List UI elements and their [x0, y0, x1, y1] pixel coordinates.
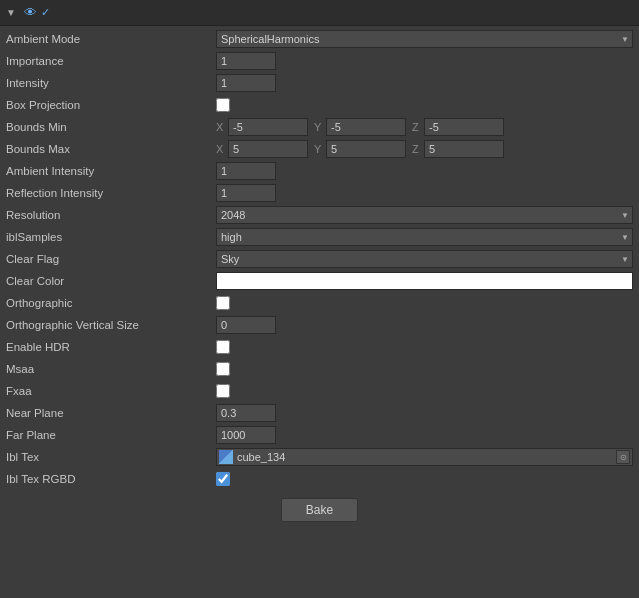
- checkbox-ibl-tex-rgbd[interactable]: [216, 472, 230, 486]
- dropdown-ambient-mode[interactable]: SphericalHarmonicsFlatSkybox: [216, 30, 633, 48]
- field-clear-flag: SkyColorDepth▼: [216, 250, 633, 268]
- label-orthographic: Orthographic: [6, 297, 216, 309]
- input-intensity[interactable]: [216, 74, 276, 92]
- checkbox-box-projection[interactable]: [216, 98, 230, 112]
- checkbox-orthographic[interactable]: [216, 296, 230, 310]
- label-msaa: Msaa: [6, 363, 216, 375]
- dropdown-ibl-samples[interactable]: lowmediumhigh: [216, 228, 633, 246]
- row-bounds-min: Bounds MinXYZ: [0, 116, 639, 138]
- row-enable-hdr: Enable HDR: [0, 336, 639, 358]
- field-ambient-intensity: [216, 162, 633, 180]
- xyz-input-bounds-max-x[interactable]: [228, 140, 308, 158]
- dropdown-wrapper-ibl-samples: lowmediumhigh▼: [216, 228, 633, 246]
- xyz-item-bounds-min-z: Z: [412, 118, 504, 136]
- row-importance: Importance: [0, 50, 639, 72]
- checkbox-enable-hdr[interactable]: [216, 340, 230, 354]
- row-msaa: Msaa: [0, 358, 639, 380]
- expand-arrow-icon[interactable]: ▼: [6, 7, 16, 18]
- xyz-label-x: X: [216, 143, 226, 155]
- field-fxaa: [216, 384, 633, 398]
- field-importance: [216, 52, 633, 70]
- input-near-plane[interactable]: [216, 404, 276, 422]
- ibl-tex-wrapper: cube_134⊙: [216, 448, 633, 466]
- title-bar-icons: ▼ 👁 ✓: [6, 5, 50, 20]
- xyz-input-bounds-min-x[interactable]: [228, 118, 308, 136]
- label-ambient-mode: Ambient Mode: [6, 33, 216, 45]
- row-bounds-max: Bounds MaxXYZ: [0, 138, 639, 160]
- field-ibl-tex: cube_134⊙: [216, 448, 633, 466]
- label-clear-flag: Clear Flag: [6, 253, 216, 265]
- label-fxaa: Fxaa: [6, 385, 216, 397]
- bake-button-row: Bake: [0, 490, 639, 530]
- active-icon[interactable]: ✓: [41, 6, 50, 19]
- color-picker-clear-color[interactable]: [216, 272, 633, 290]
- dropdown-wrapper-resolution: 12825651210242048▼: [216, 206, 633, 224]
- label-importance: Importance: [6, 55, 216, 67]
- label-intensity: Intensity: [6, 77, 216, 89]
- field-enable-hdr: [216, 340, 633, 354]
- label-far-plane: Far Plane: [6, 429, 216, 441]
- row-ibl-tex-rgbd: Ibl Tex RGBD: [0, 468, 639, 490]
- field-box-projection: [216, 98, 633, 112]
- row-clear-flag: Clear FlagSkyColorDepth▼: [0, 248, 639, 270]
- xyz-input-bounds-max-z[interactable]: [424, 140, 504, 158]
- dropdown-clear-flag[interactable]: SkyColorDepth: [216, 250, 633, 268]
- row-ambient-intensity: Ambient Intensity: [0, 160, 639, 182]
- label-resolution: Resolution: [6, 209, 216, 221]
- field-ibl-tex-rgbd: [216, 472, 633, 486]
- label-bounds-min: Bounds Min: [6, 121, 216, 133]
- field-bounds-min: XYZ: [216, 118, 633, 136]
- label-near-plane: Near Plane: [6, 407, 216, 419]
- input-far-plane[interactable]: [216, 426, 276, 444]
- label-orthographic-vertical-size: Orthographic Vertical Size: [6, 319, 216, 331]
- input-importance[interactable]: [216, 52, 276, 70]
- field-ambient-mode: SphericalHarmonicsFlatSkybox▼: [216, 30, 633, 48]
- label-reflection-intensity: Reflection Intensity: [6, 187, 216, 199]
- row-ambient-mode: Ambient ModeSphericalHarmonicsFlatSkybox…: [0, 28, 639, 50]
- title-bar: ▼ 👁 ✓: [0, 0, 639, 26]
- visibility-icon[interactable]: 👁: [24, 5, 37, 20]
- field-reflection-intensity: [216, 184, 633, 202]
- row-far-plane: Far Plane: [0, 424, 639, 446]
- row-fxaa: Fxaa: [0, 380, 639, 402]
- label-ibl-tex-rgbd: Ibl Tex RGBD: [6, 473, 216, 485]
- xyz-input-bounds-min-z[interactable]: [424, 118, 504, 136]
- xyz-input-bounds-max-y[interactable]: [326, 140, 406, 158]
- row-clear-color: Clear Color: [0, 270, 639, 292]
- checkbox-msaa[interactable]: [216, 362, 230, 376]
- bake-button[interactable]: Bake: [281, 498, 358, 522]
- field-intensity: [216, 74, 633, 92]
- ibl-tex-select-button[interactable]: ⊙: [616, 450, 630, 464]
- field-far-plane: [216, 426, 633, 444]
- input-reflection-intensity[interactable]: [216, 184, 276, 202]
- field-msaa: [216, 362, 633, 376]
- ibl-tex-name: cube_134: [237, 451, 616, 463]
- checkbox-fxaa[interactable]: [216, 384, 230, 398]
- label-ibl-tex: Ibl Tex: [6, 451, 216, 463]
- xyz-label-y: Y: [314, 143, 324, 155]
- input-ambient-intensity[interactable]: [216, 162, 276, 180]
- row-intensity: Intensity: [0, 72, 639, 94]
- dropdown-wrapper-ambient-mode: SphericalHarmonicsFlatSkybox▼: [216, 30, 633, 48]
- row-box-projection: Box Projection: [0, 94, 639, 116]
- dropdown-resolution[interactable]: 12825651210242048: [216, 206, 633, 224]
- xyz-label-y: Y: [314, 121, 324, 133]
- label-ibl-samples: iblSamples: [6, 231, 216, 243]
- xyz-group-bounds-min: XYZ: [216, 118, 633, 136]
- row-near-plane: Near Plane: [0, 402, 639, 424]
- row-orthographic: Orthographic: [0, 292, 639, 314]
- label-ambient-intensity: Ambient Intensity: [6, 165, 216, 177]
- row-resolution: Resolution12825651210242048▼: [0, 204, 639, 226]
- row-ibl-samples: iblSampleslowmediumhigh▼: [0, 226, 639, 248]
- field-ibl-samples: lowmediumhigh▼: [216, 228, 633, 246]
- field-near-plane: [216, 404, 633, 422]
- xyz-input-bounds-min-y[interactable]: [326, 118, 406, 136]
- row-reflection-intensity: Reflection Intensity: [0, 182, 639, 204]
- dropdown-wrapper-clear-flag: SkyColorDepth▼: [216, 250, 633, 268]
- xyz-label-z: Z: [412, 143, 422, 155]
- input-orthographic-vertical-size[interactable]: [216, 316, 276, 334]
- content: Ambient ModeSphericalHarmonicsFlatSkybox…: [0, 26, 639, 532]
- xyz-item-bounds-min-x: X: [216, 118, 308, 136]
- xyz-item-bounds-min-y: Y: [314, 118, 406, 136]
- row-orthographic-vertical-size: Orthographic Vertical Size: [0, 314, 639, 336]
